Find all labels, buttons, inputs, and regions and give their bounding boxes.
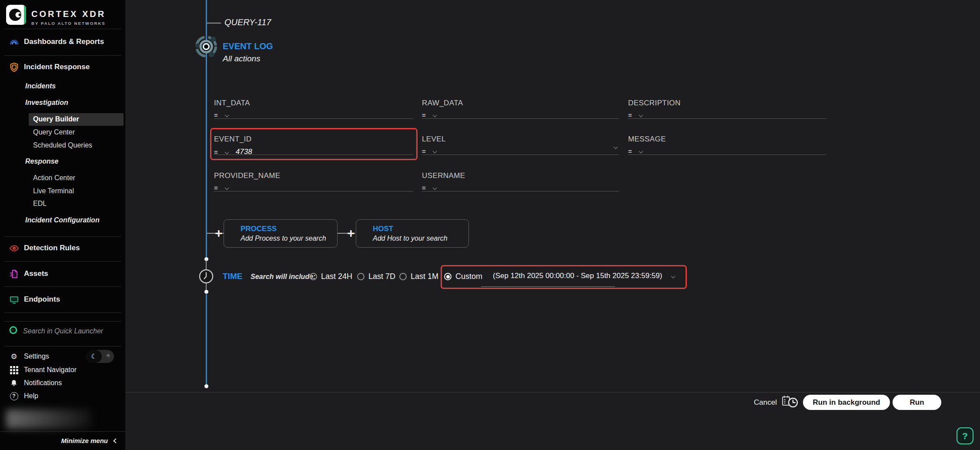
chevron-down-icon[interactable] (224, 150, 229, 154)
operator-equals[interactable]: = (422, 184, 426, 191)
operator-equals[interactable]: = (214, 148, 218, 156)
field-label: INT_DATA (214, 99, 413, 107)
add-host-button[interactable]: HOST Add Host to your search (356, 219, 469, 248)
event-log-title[interactable]: EVENT LOG (223, 41, 273, 51)
run-in-background-button[interactable]: Run in background (803, 395, 890, 410)
sidebar: CORTEX XDR BY PALO ALTO NETWORKS Dashboa… (0, 0, 125, 450)
cancel-button[interactable]: Cancel (754, 398, 777, 407)
radio-label: Last 1M (411, 272, 438, 281)
footer-divider (125, 392, 980, 393)
divider (4, 312, 121, 313)
divider (4, 55, 121, 56)
field-label: EVENT_ID (214, 135, 413, 144)
chevron-down-icon[interactable] (639, 149, 643, 154)
quick-launcher-search[interactable]: Search in Quick Launcher (0, 326, 125, 336)
sidebar-item-tenant-navigator[interactable]: Tenant Navigator (0, 364, 125, 376)
redacted-account-name (6, 410, 91, 429)
sidebar-item-assets[interactable]: Assets (0, 267, 125, 281)
sidebar-item-investigation[interactable]: Investigation (25, 99, 68, 107)
field-int-data: INT_DATA = (214, 99, 413, 119)
minimize-menu-button[interactable]: Minimize menu (61, 437, 117, 444)
query-name-label: QUERY-117 (224, 17, 271, 27)
query-label-connector (207, 23, 221, 24)
chevron-down-icon[interactable] (639, 113, 643, 118)
radio-label: Last 24H (321, 272, 352, 281)
add-host-plus-icon[interactable]: + (347, 227, 355, 240)
cortex-logo[interactable] (6, 5, 26, 25)
time-option-last-7d[interactable]: Last 7D (357, 272, 395, 281)
time-option-last-1m[interactable]: Last 1M (399, 272, 438, 281)
field-level: LEVEL = (422, 135, 619, 155)
sidebar-item-label: Help (24, 392, 38, 400)
eye-icon (9, 243, 19, 253)
logo-subtitle: BY PALO ALTO NETWORKS (31, 21, 106, 26)
time-node-clock-icon (198, 268, 214, 286)
radio-icon[interactable] (399, 273, 407, 280)
add-host-subtitle: Add Host to your search (373, 235, 468, 242)
divider (4, 346, 121, 346)
field-value[interactable]: 4738 (236, 148, 252, 156)
chevron-down-icon[interactable] (224, 186, 229, 190)
field-username: USERNAME = (422, 171, 619, 191)
chevron-down-icon[interactable] (432, 149, 437, 154)
help-button[interactable]: ? (957, 427, 973, 444)
dark-mode-moon-icon[interactable]: ☾ (86, 350, 102, 363)
radio-icon[interactable] (357, 273, 365, 280)
time-option-last-24h[interactable]: Last 24H (310, 272, 352, 281)
time-range-chevron-icon[interactable] (671, 274, 676, 279)
sidebar-item-endpoints[interactable]: Endpoints (0, 292, 125, 306)
sidebar-item-edl[interactable]: EDL (33, 200, 47, 208)
sidebar-item-response[interactable]: Response (25, 158, 58, 165)
query-spine-line-lower (206, 294, 207, 385)
spine-dot (204, 290, 208, 294)
minimize-menu-label: Minimize menu (61, 437, 108, 444)
sidebar-item-label: Detection Rules (24, 244, 80, 252)
operator-equals[interactable]: = (422, 111, 426, 119)
sidebar-item-scheduled-queries[interactable]: Scheduled Queries (33, 141, 92, 149)
operator-equals[interactable]: = (628, 111, 632, 119)
field-message: MESSAGE = (628, 135, 826, 155)
sidebar-item-label: Tenant Navigator (24, 366, 77, 374)
add-process-plus-icon[interactable]: + (215, 227, 223, 240)
sidebar-item-live-terminal[interactable]: Live Terminal (33, 187, 74, 195)
add-process-button[interactable]: PROCESS Add Process to your search (224, 219, 338, 248)
sidebar-item-detection-rules[interactable]: Detection Rules (0, 241, 125, 255)
operator-equals[interactable]: = (422, 148, 426, 155)
light-mode-sun-icon[interactable]: ☀ (105, 352, 111, 359)
operator-equals[interactable]: = (628, 148, 632, 155)
field-event-id: EVENT_ID =4738 (214, 135, 413, 155)
theme-toggle[interactable]: ☾ ☀ (86, 350, 114, 363)
schedule-query-icon[interactable] (781, 394, 799, 411)
operator-equals[interactable]: = (214, 111, 218, 119)
sidebar-item-query-builder[interactable]: Query Builder (33, 115, 79, 123)
field-label: USERNAME (422, 171, 619, 180)
grid-icon (9, 366, 19, 374)
radio-icon[interactable] (310, 273, 317, 280)
chevron-down-icon[interactable] (432, 186, 437, 190)
divider (0, 431, 125, 432)
sidebar-item-notifications[interactable]: Notifications (0, 377, 125, 389)
sidebar-item-dashboards[interactable]: Dashboards & Reports (0, 35, 125, 49)
divider (4, 29, 121, 29)
cortex-logo-glyph (6, 5, 26, 25)
event-log-node-icon[interactable] (192, 33, 220, 62)
divider (4, 236, 121, 237)
chevron-down-icon[interactable] (432, 113, 437, 118)
sidebar-item-action-center[interactable]: Action Center (33, 174, 75, 182)
chevron-down-icon[interactable] (224, 113, 229, 118)
field-label: PROVIDER_NAME (214, 171, 413, 180)
sidebar-item-help[interactable]: ? Help (0, 390, 125, 402)
custom-time-range-value[interactable]: (Sep 12th 2025 00:00:00 - Sep 15th 2025 … (493, 272, 662, 280)
sidebar-item-query-center[interactable]: Query Center (33, 128, 75, 136)
gear-icon: ⚙ (9, 352, 19, 361)
operator-equals[interactable]: = (214, 184, 218, 191)
run-button[interactable]: Run (893, 395, 941, 410)
document-icon (9, 269, 19, 279)
time-option-custom[interactable]: Custom (444, 272, 482, 281)
sidebar-item-incident-configuration[interactable]: Incident Configuration (25, 216, 100, 224)
sidebar-item-incidents[interactable]: Incidents (25, 82, 56, 90)
sidebar-item-incident-response[interactable]: Incident Response (0, 60, 125, 74)
radio-selected-icon[interactable] (444, 273, 452, 280)
logo-text: CORTEX XDR BY PALO ALTO NETWORKS (31, 9, 106, 26)
monitor-icon (9, 295, 19, 305)
